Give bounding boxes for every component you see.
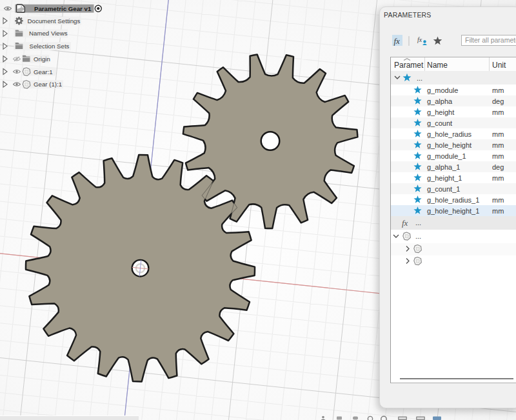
svg-text:mm: mm [492, 130, 504, 138]
svg-text:deg: deg [492, 163, 504, 171]
svg-text:mm: mm [492, 108, 504, 116]
svg-text:fx: fx [394, 36, 401, 46]
svg-text:mm: mm [492, 196, 504, 204]
svg-text:g_hole_height_1: g_hole_height_1 [427, 207, 479, 215]
svg-text:g_hole_radius: g_hole_radius [427, 130, 472, 138]
svg-text:fx: fx [402, 218, 408, 228]
svg-text:g_hole_height: g_hole_height [427, 141, 471, 149]
svg-text:g_height_1: g_height_1 [427, 174, 462, 182]
svg-text:g_module: g_module [427, 86, 458, 94]
svg-text:Document Settings: Document Settings [28, 17, 81, 25]
svg-text:Gear:1: Gear:1 [34, 68, 53, 75]
svg-text:mm: mm [492, 207, 504, 215]
svg-text:mm: mm [492, 86, 504, 94]
svg-text:deg: deg [492, 97, 504, 105]
svg-text:Selection Sets: Selection Sets [30, 43, 70, 50]
svg-text:...: ... [415, 219, 421, 226]
svg-text:mm: mm [492, 174, 504, 182]
svg-text:g_hole_radius_1: g_hole_radius_1 [427, 196, 479, 204]
svg-text:Named Views: Named Views [29, 30, 68, 37]
svg-text:g_count_1: g_count_1 [427, 185, 460, 193]
svg-text:g_height: g_height [427, 108, 454, 116]
svg-text:...: ... [415, 232, 421, 240]
svg-text:g_alpha: g_alpha [427, 97, 453, 105]
svg-text:Origin: Origin [34, 55, 50, 63]
svg-text:Parametric Gear v1: Parametric Gear v1 [34, 5, 92, 12]
svg-text:g_module_1: g_module_1 [427, 152, 466, 160]
svg-text:fx: fx [417, 36, 422, 43]
svg-text:mm: mm [492, 141, 504, 149]
svg-text:Gear (1):1: Gear (1):1 [34, 81, 62, 88]
svg-text:g_alpha_1: g_alpha_1 [427, 163, 460, 171]
svg-text:g_count: g_count [427, 119, 452, 127]
svg-text:mm: mm [492, 152, 504, 160]
